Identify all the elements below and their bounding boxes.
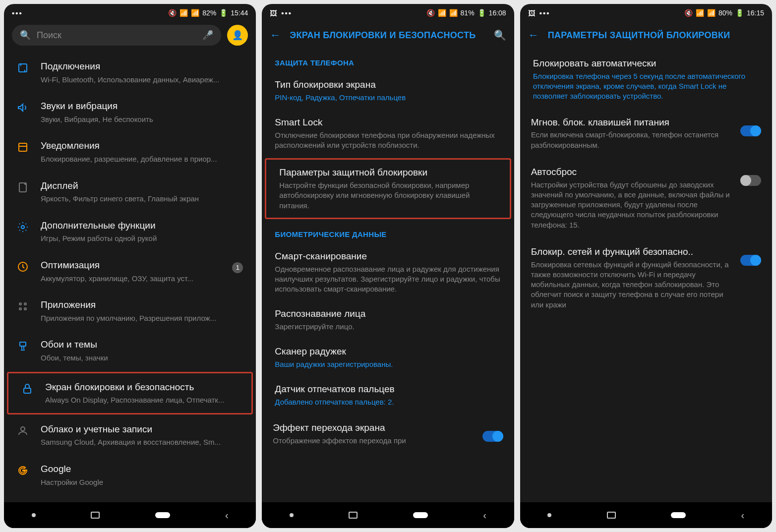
item-transition-effect[interactable]: Эффект перехода экрана Отображение эффек… bbox=[262, 414, 514, 454]
status-bar: 🖼 ••• 🔇 📶 📶 81% 🔋 16:08 bbox=[262, 4, 514, 20]
item-title: Сканер радужек bbox=[275, 346, 501, 357]
item-wallpapers[interactable]: Обои и темы Обои, темы, значки bbox=[4, 331, 256, 370]
item-instant-lock[interactable]: Мгнов. блок. клавишей питания Если включ… bbox=[520, 109, 772, 158]
item-sub: Настройте функции безопасной блокировки,… bbox=[279, 180, 496, 211]
nav-home-icon[interactable] bbox=[413, 512, 428, 518]
nav-back-icon[interactable]: ‹ bbox=[225, 510, 229, 521]
item-sub: Ваши радужки зарегистрированы. bbox=[275, 359, 501, 369]
svg-point-8 bbox=[24, 303, 26, 305]
item-notifications[interactable]: Уведомления Блокирование, разрешение, до… bbox=[4, 132, 256, 172]
item-title: Датчик отпечатков пальцев bbox=[275, 383, 501, 395]
item-optimization[interactable]: Оптимизация Аккумулятор, хранилище, ОЗУ,… bbox=[4, 251, 256, 291]
item-title: Дисплей bbox=[41, 180, 245, 192]
battery-icon: 🔋 bbox=[478, 9, 486, 17]
item-title: Дополнительные функции bbox=[41, 220, 245, 232]
mic-icon[interactable]: 🎤 bbox=[202, 30, 213, 41]
svg-rect-0 bbox=[19, 64, 27, 72]
page-title: ПАРАМЕТРЫ ЗАЩИТНОЙ БЛОКИРОВКИ bbox=[548, 30, 764, 41]
item-google[interactable]: Google Настройки Google bbox=[4, 455, 256, 495]
item-sub: Блокировка сетевых функций и функций без… bbox=[531, 260, 733, 310]
item-auto-reset[interactable]: Автосброс Настройки устройства будут сбр… bbox=[520, 158, 772, 238]
section-phone-protection: ЗАЩИТА ТЕЛЕФОНА bbox=[262, 49, 514, 72]
item-title: Эффект перехода экрана bbox=[273, 422, 475, 434]
nav-assistant-icon[interactable] bbox=[547, 513, 551, 517]
search-row: 🔍 Поиск 🎤 👤 bbox=[4, 20, 256, 53]
item-advanced[interactable]: Дополнительные функции Игры, Режим работ… bbox=[4, 212, 256, 251]
nav-home-icon[interactable] bbox=[155, 512, 170, 518]
connections-icon bbox=[15, 60, 31, 74]
status-bar: 🖼 ••• 🔇 📶 📶 80% 🔋 16:15 bbox=[520, 4, 772, 20]
settings-list: Блокировать автоматически Блокировка тел… bbox=[520, 49, 772, 502]
toggle-switch[interactable] bbox=[740, 175, 761, 186]
nav-recent-icon[interactable] bbox=[607, 512, 616, 519]
nav-recent-icon[interactable] bbox=[349, 512, 358, 519]
lock-icon bbox=[19, 381, 35, 395]
item-fingerprint[interactable]: Датчик отпечатков пальцев Добавлено отпе… bbox=[262, 376, 514, 414]
svg-point-5 bbox=[21, 226, 24, 229]
item-sub: Аккумулятор, хранилище, ОЗУ, защита уст.… bbox=[41, 274, 222, 284]
item-smart-lock[interactable]: Smart Lock Отключение блокировки телефон… bbox=[262, 110, 514, 157]
battery-percent: 81% bbox=[461, 9, 475, 17]
item-title: Приложения bbox=[41, 299, 245, 311]
item-sub: Зарегистрируйте лицо. bbox=[275, 322, 501, 332]
settings-list: Подключения Wi-Fi, Bluetooth, Использова… bbox=[4, 53, 256, 502]
item-sounds[interactable]: Звуки и вибрация Звуки, Вибрация, Не бес… bbox=[4, 92, 256, 132]
back-arrow-icon[interactable]: ← bbox=[528, 29, 539, 42]
nav-back-icon[interactable]: ‹ bbox=[741, 510, 745, 521]
item-cloud[interactable]: Облако и учетные записи Samsung Cloud, А… bbox=[4, 415, 256, 455]
signal-icon: 📶 bbox=[449, 9, 458, 17]
mute-icon: 🔇 bbox=[168, 9, 177, 17]
search-placeholder: Поиск bbox=[37, 30, 61, 41]
optimization-icon bbox=[15, 259, 31, 273]
search-icon[interactable]: 🔍 bbox=[494, 29, 506, 41]
svg-point-10 bbox=[24, 308, 26, 310]
phone-screen-1: ••• 🔇 📶 📶 82% 🔋 15:44 🔍 Поиск 🎤 👤 Подклю… bbox=[4, 4, 256, 528]
phone-screen-2: 🖼 ••• 🔇 📶 📶 81% 🔋 16:08 ← ЭКРАН БЛОКИРОВ… bbox=[262, 4, 514, 528]
item-display[interactable]: Дисплей Яркость, Фильтр синего света, Гл… bbox=[4, 172, 256, 212]
mute-icon: 🔇 bbox=[684, 9, 693, 17]
more-icon: ••• bbox=[12, 9, 23, 17]
toggle-switch[interactable] bbox=[740, 255, 761, 266]
svg-point-13 bbox=[21, 427, 25, 431]
nav-assistant-icon[interactable] bbox=[32, 513, 36, 517]
toggle-switch[interactable] bbox=[482, 431, 503, 442]
status-bar: ••• 🔇 📶 📶 82% 🔋 15:44 bbox=[4, 4, 256, 20]
item-sub: Добавлено отпечатков пальцев: 2. bbox=[275, 397, 501, 407]
item-apps[interactable]: Приложения Приложения по умолчанию, Разр… bbox=[4, 291, 256, 331]
item-sub: Игры, Режим работы одной рукой bbox=[41, 234, 245, 243]
cloud-icon bbox=[15, 423, 31, 437]
item-title: Тип блокировки экрана bbox=[275, 79, 501, 91]
avatar[interactable]: 👤 bbox=[227, 25, 248, 46]
nav-assistant-icon[interactable] bbox=[290, 513, 294, 517]
google-icon bbox=[15, 463, 31, 476]
item-sub: Отключение блокировки телефона при обнар… bbox=[275, 130, 501, 151]
clock: 15:44 bbox=[231, 9, 248, 17]
item-sub: Блокировка телефона через 5 секунд после… bbox=[533, 71, 759, 102]
signal-icon: 📶 bbox=[191, 9, 199, 17]
back-arrow-icon[interactable]: ← bbox=[270, 29, 281, 42]
toggle-switch[interactable] bbox=[740, 125, 761, 136]
item-smart-scan[interactable]: Смарт-сканирование Одновременное распозн… bbox=[262, 243, 514, 301]
item-sub: Samsung Cloud, Архивация и восстановлени… bbox=[41, 437, 245, 447]
display-icon bbox=[15, 180, 31, 193]
wifi-icon: 📶 bbox=[696, 9, 704, 17]
svg-rect-1 bbox=[19, 143, 27, 151]
notification-badge: 1 bbox=[232, 262, 243, 273]
search-icon: 🔍 bbox=[20, 30, 31, 41]
item-auto-lock[interactable]: Блокировать автоматически Блокировка тел… bbox=[520, 49, 772, 109]
item-secure-lock-settings[interactable]: Параметры защитной блокировки Настройте … bbox=[266, 160, 509, 218]
highlight-secure-lock-settings: Параметры защитной блокировки Настройте … bbox=[265, 158, 511, 219]
nav-home-icon[interactable] bbox=[671, 512, 686, 518]
item-iris-scanner[interactable]: Сканер радужек Ваши радужки зарегистриро… bbox=[262, 339, 514, 376]
battery-icon: 🔋 bbox=[735, 9, 744, 17]
item-network-lock[interactable]: Блокир. сетей и функций безопасно.. Блок… bbox=[520, 238, 772, 318]
item-lock-type[interactable]: Тип блокировки экрана PIN-код, Радужка, … bbox=[262, 72, 514, 110]
nav-recent-icon[interactable] bbox=[91, 512, 100, 519]
app-bar: ← ПАРАМЕТРЫ ЗАЩИТНОЙ БЛОКИРОВКИ bbox=[520, 20, 772, 49]
search-input[interactable]: 🔍 Поиск 🎤 bbox=[12, 25, 221, 46]
item-face-recognition[interactable]: Распознавание лица Зарегистрируйте лицо. bbox=[262, 301, 514, 339]
item-connections[interactable]: Подключения Wi-Fi, Bluetooth, Использова… bbox=[4, 53, 256, 92]
signal-icon: 📶 bbox=[707, 9, 716, 17]
item-lock-security[interactable]: Экран блокировки и безопасность Always O… bbox=[8, 373, 251, 413]
nav-back-icon[interactable]: ‹ bbox=[483, 510, 486, 521]
